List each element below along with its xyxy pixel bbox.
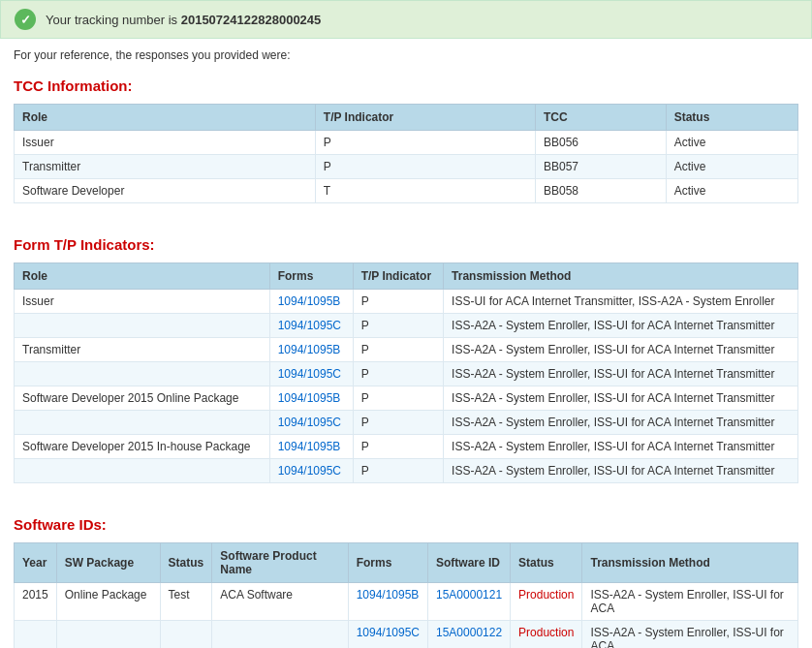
sw-col-product: Software Product Name <box>212 543 348 583</box>
form-tp-cell-tp: P <box>353 338 443 362</box>
form-tp-cell-tp: P <box>353 314 443 338</box>
sw-col-swid: Software ID <box>428 543 511 583</box>
software-section-title: Software IDs: <box>0 509 812 539</box>
sw-cell-package <box>56 621 160 649</box>
software-header-row: Year SW Package Status Software Product … <box>15 543 798 583</box>
form-tp-cell-role <box>15 411 270 435</box>
form-tp-row: 1094/1095C P ISS-A2A - System Enroller, … <box>15 459 798 483</box>
tcc-col-tp: T/P Indicator <box>315 105 535 131</box>
form-tp-row: Software Developer 2015 In-house Package… <box>15 435 798 459</box>
tracking-number: 20150724122828000245 <box>181 13 322 27</box>
tcc-col-status: Status <box>666 105 797 131</box>
tcc-cell-tcc: BB056 <box>535 131 666 155</box>
form-tp-cell-tp: P <box>353 435 443 459</box>
sw-cell-swid: 15A0000122 <box>428 621 511 649</box>
form-tp-cell-forms: 1094/1095C <box>269 362 353 386</box>
tcc-col-role: Role <box>15 105 316 131</box>
sw-cell-method: ISS-A2A - System Enroller, ISS-UI for AC… <box>582 583 798 621</box>
tcc-cell-status: Active <box>666 179 797 203</box>
form-tp-cell-role: Software Developer 2015 Online Package <box>15 386 270 411</box>
tracking-text: Your tracking number is 2015072412282800… <box>46 13 321 27</box>
tcc-cell-role: Transmitter <box>15 155 316 179</box>
sw-cell-method: ISS-A2A - System Enroller, ISS-UI for AC… <box>582 621 798 649</box>
form-tp-col-tp: T/P Indicator <box>353 263 443 290</box>
sw-col-forms: Forms <box>348 543 427 583</box>
form-tp-cell-method: ISS-UI for ACA Internet Transmitter, ISS… <box>444 290 798 314</box>
sw-cell-product: ACA Software <box>212 583 348 621</box>
sw-cell-swid: 15A0000121 <box>428 583 511 621</box>
tcc-col-tcc: TCC <box>535 105 666 131</box>
form-tp-cell-method: ISS-A2A - System Enroller, ISS-UI for AC… <box>444 435 798 459</box>
form-tp-row: 1094/1095C P ISS-A2A - System Enroller, … <box>15 362 798 386</box>
form-tp-cell-tp: P <box>353 459 443 483</box>
form-tp-cell-tp: P <box>353 411 443 435</box>
form-tp-table-wrapper: Role Forms T/P Indicator Transmission Me… <box>0 259 812 499</box>
form-tp-col-method: Transmission Method <box>444 263 798 290</box>
software-row: 1094/1095C 15A0000122 Production ISS-A2A… <box>15 621 798 649</box>
form-tp-row: Issuer 1094/1095B P ISS-UI for ACA Inter… <box>15 290 798 314</box>
form-tp-cell-tp: P <box>353 290 443 314</box>
sw-cell-swstatus: Production <box>511 583 582 621</box>
form-tp-row: Software Developer 2015 Online Package 1… <box>15 386 798 411</box>
sw-cell-swstatus: Production <box>511 621 582 649</box>
form-tp-cell-method: ISS-A2A - System Enroller, ISS-UI for AC… <box>444 362 798 386</box>
sw-cell-year: 2015 <box>15 583 57 621</box>
form-tp-cell-forms: 1094/1095C <box>269 314 353 338</box>
form-tp-cell-method: ISS-A2A - System Enroller, ISS-UI for AC… <box>444 459 798 483</box>
tcc-cell-tcc: BB058 <box>535 179 666 203</box>
tcc-row: Issuer P BB056 Active <box>15 131 798 155</box>
sw-col-method: Transmission Method <box>582 543 798 583</box>
sw-col-swstatus: Status <box>511 543 582 583</box>
form-tp-row: 1094/1095C P ISS-A2A - System Enroller, … <box>15 314 798 338</box>
form-tp-cell-forms: 1094/1095B <box>269 290 353 314</box>
sw-cell-product <box>212 621 348 649</box>
tcc-table: Role T/P Indicator TCC Status Issuer P B… <box>14 104 798 203</box>
tcc-row: Software Developer T BB058 Active <box>15 179 798 203</box>
intro-text: For your reference, the responses you pr… <box>0 48 812 70</box>
form-tp-cell-method: ISS-A2A - System Enroller, ISS-UI for AC… <box>444 386 798 411</box>
tcc-cell-role: Issuer <box>15 131 316 155</box>
sw-col-status: Status <box>160 543 212 583</box>
form-tp-col-forms: Forms <box>269 263 353 290</box>
form-tp-cell-role: Issuer <box>15 290 270 314</box>
tcc-cell-tcc: BB057 <box>535 155 666 179</box>
form-tp-section-title: Form T/P Indicators: <box>0 229 812 259</box>
software-table-wrapper: Year SW Package Status Software Product … <box>0 539 812 648</box>
tcc-cell-status: Active <box>666 155 797 179</box>
sw-cell-year <box>15 621 57 649</box>
form-tp-cell-role <box>15 362 270 386</box>
form-tp-header-row: Role Forms T/P Indicator Transmission Me… <box>15 263 798 290</box>
tracking-prefix: Your tracking number is <box>46 13 181 27</box>
form-tp-cell-forms: 1094/1095C <box>269 459 353 483</box>
sw-cell-forms: 1094/1095C <box>348 621 427 649</box>
tcc-cell-tp: P <box>315 131 535 155</box>
form-tp-cell-role: Software Developer 2015 In-house Package <box>15 435 270 459</box>
form-tp-col-role: Role <box>15 263 270 290</box>
form-tp-cell-role <box>15 314 270 338</box>
check-icon <box>15 9 36 30</box>
form-tp-cell-forms: 1094/1095B <box>269 386 353 411</box>
tcc-cell-status: Active <box>666 131 797 155</box>
tcc-header-row: Role T/P Indicator TCC Status <box>15 105 798 131</box>
sw-col-package: SW Package <box>56 543 160 583</box>
form-tp-row: 1094/1095C P ISS-A2A - System Enroller, … <box>15 411 798 435</box>
tcc-cell-role: Software Developer <box>15 179 316 203</box>
sw-cell-package: Online Package <box>56 583 160 621</box>
tcc-cell-tp: P <box>315 155 535 179</box>
tcc-cell-tp: T <box>315 179 535 203</box>
form-tp-row: Transmitter 1094/1095B P ISS-A2A - Syste… <box>15 338 798 362</box>
tcc-section-title: TCC Information: <box>0 70 812 100</box>
form-tp-cell-tp: P <box>353 386 443 411</box>
form-tp-table: Role Forms T/P Indicator Transmission Me… <box>14 262 798 483</box>
software-row: 2015 Online Package Test ACA Software 10… <box>15 583 798 621</box>
software-table: Year SW Package Status Software Product … <box>14 542 798 648</box>
form-tp-cell-forms: 1094/1095C <box>269 411 353 435</box>
form-tp-cell-forms: 1094/1095B <box>269 435 353 459</box>
form-tp-cell-method: ISS-A2A - System Enroller, ISS-UI for AC… <box>444 338 798 362</box>
form-tp-cell-role: Transmitter <box>15 338 270 362</box>
sw-cell-status <box>160 621 212 649</box>
sw-col-year: Year <box>15 543 57 583</box>
tcc-row: Transmitter P BB057 Active <box>15 155 798 179</box>
form-tp-cell-forms: 1094/1095B <box>269 338 353 362</box>
form-tp-cell-method: ISS-A2A - System Enroller, ISS-UI for AC… <box>444 411 798 435</box>
